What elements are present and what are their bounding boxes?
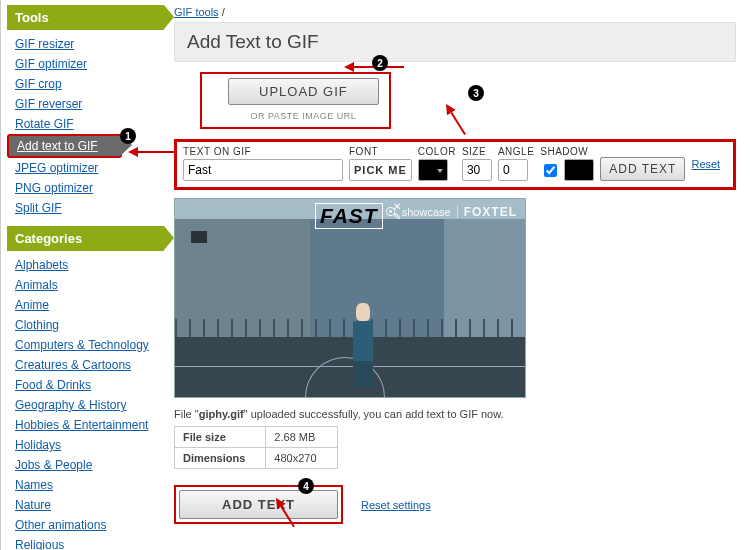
text-options-panel: TEXT ON GIF FONT PICK ME COLOR SIZE ANGL… (174, 139, 736, 190)
upload-section: UPLOAD GIF OR PASTE IMAGE URL (200, 72, 391, 129)
label-text-on-gif: TEXT ON GIF (183, 146, 343, 157)
cat-creatures[interactable]: Creatures & Cartoons (7, 355, 164, 375)
breadcrumb-sep: / (222, 6, 225, 18)
font-preview: PICK ME (354, 164, 407, 176)
main-content: GIF tools / Add Text to GIF UPLOAD GIF O… (168, 0, 750, 550)
shadow-color-picker[interactable] (564, 159, 594, 181)
font-selector[interactable]: PICK ME (349, 159, 412, 181)
file-info-table: File size2.68 MB Dimensions480x270 (174, 426, 338, 469)
sidebar-item-rotate-gif[interactable]: Rotate GIF (7, 114, 164, 134)
add-text-button[interactable]: ADD TEXT (179, 490, 338, 519)
file-info: File "giphy.gif" uploaded successfully, … (174, 408, 736, 469)
breadcrumb-link[interactable]: GIF tools (174, 6, 219, 18)
table-row: File size2.68 MB (175, 427, 338, 448)
cat-jobs[interactable]: Jobs & People (7, 455, 164, 475)
sidebar: Tools GIF resizer GIF optimizer GIF crop… (0, 0, 168, 550)
cat-names[interactable]: Names (7, 475, 164, 495)
cat-holidays[interactable]: Holidays (7, 435, 164, 455)
cat-food[interactable]: Food & Drinks (7, 375, 164, 395)
watermark-foxtel: FOXTEL (464, 205, 517, 219)
reset-link[interactable]: Reset (691, 158, 720, 170)
paste-url-hint: OR PASTE IMAGE URL (228, 111, 379, 121)
add-text-inline-button[interactable]: ADD TEXT (600, 157, 685, 181)
cat-clothing[interactable]: Clothing (7, 315, 164, 335)
categories-header: Categories (7, 226, 164, 251)
watermark-showcase: showcase (402, 206, 451, 218)
cat-other[interactable]: Other animations (7, 515, 164, 535)
gif-preview[interactable]: ⦿ showcase FOXTEL FAST ✕✎ (174, 198, 526, 398)
arrow-icon (344, 62, 354, 72)
filename: giphy.gif (199, 408, 244, 420)
cat-religious[interactable]: Religious (7, 535, 164, 550)
shadow-checkbox[interactable] (544, 164, 557, 177)
cat-hobbies[interactable]: Hobbies & Entertainment (7, 415, 164, 435)
sidebar-item-gif-optimizer[interactable]: GIF optimizer (7, 54, 164, 74)
cat-geography[interactable]: Geography & History (7, 395, 164, 415)
add-text-section: ADD TEXT Reset settings (174, 485, 736, 524)
sidebar-item-png-optimizer[interactable]: PNG optimizer (7, 178, 164, 198)
angle-input[interactable] (498, 159, 528, 181)
tools-header: Tools (7, 5, 164, 30)
color-picker[interactable] (418, 159, 448, 181)
sidebar-item-gif-crop[interactable]: GIF crop (7, 74, 164, 94)
sidebar-item-add-text[interactable]: Add text to GIF (7, 134, 122, 158)
upload-gif-button[interactable]: UPLOAD GIF (228, 78, 379, 105)
watermark: ⦿ showcase FOXTEL (385, 205, 517, 219)
sidebar-item-gif-resizer[interactable]: GIF resizer (7, 34, 164, 54)
size-input[interactable] (462, 159, 492, 181)
table-row: Dimensions480x270 (175, 448, 338, 469)
label-shadow: SHADOW (540, 146, 594, 157)
cat-computers[interactable]: Computers & Technology (7, 335, 164, 355)
overlay-text-box[interactable]: FAST (315, 203, 383, 229)
label-size: SIZE (462, 146, 492, 157)
page-title: Add Text to GIF (174, 22, 736, 62)
overlay-handles[interactable]: ✕✎ (393, 202, 401, 222)
label-angle: ANGLE (498, 146, 534, 157)
cat-alphabets[interactable]: Alphabets (7, 255, 164, 275)
sidebar-item-gif-reverser[interactable]: GIF reverser (7, 94, 164, 114)
sidebar-item-split-gif[interactable]: Split GIF (7, 198, 164, 218)
label-color: COLOR (418, 146, 456, 157)
cat-anime[interactable]: Anime (7, 295, 164, 315)
reset-settings-link[interactable]: Reset settings (361, 499, 431, 511)
cat-nature[interactable]: Nature (7, 495, 164, 515)
arrow-line (354, 66, 404, 68)
cat-animals[interactable]: Animals (7, 275, 164, 295)
sidebar-item-jpeg-optimizer[interactable]: JPEG optimizer (7, 158, 164, 178)
text-on-gif-input[interactable] (183, 159, 343, 181)
label-font: FONT (349, 146, 412, 157)
breadcrumb: GIF tools / (174, 6, 736, 18)
